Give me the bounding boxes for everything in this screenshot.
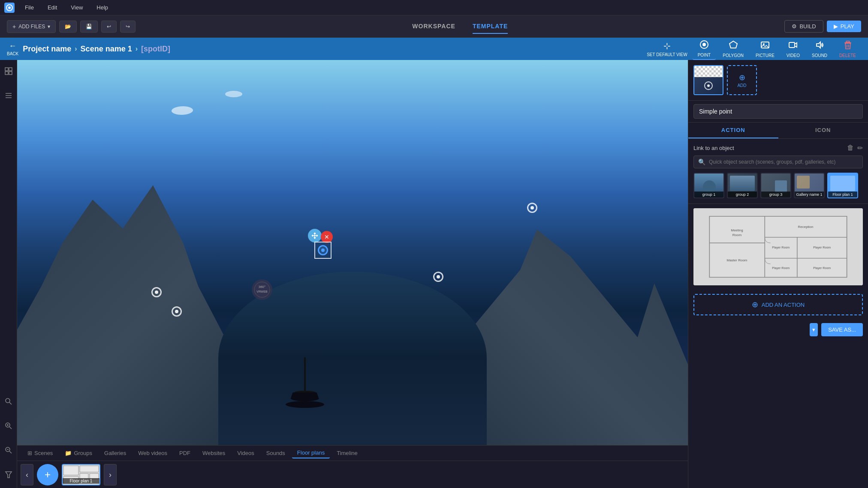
toolbar-right-actions: ⚙ BUILD ▶ PLAY xyxy=(784,20,861,33)
menu-file[interactable]: File xyxy=(21,3,37,12)
hotspot-3[interactable] xyxy=(433,272,443,282)
menu-edit[interactable]: Edit xyxy=(44,3,60,12)
spot-id[interactable]: [spotID] xyxy=(141,45,170,54)
svg-text:VRWEB: VRWEB xyxy=(257,290,268,293)
sidebar-list-icon[interactable] xyxy=(2,89,15,105)
play-button[interactable]: ▶ PLAY xyxy=(827,21,861,32)
obj-item-gallery1[interactable]: Gallery name 1 xyxy=(794,173,825,198)
set-default-view-button[interactable]: ⊹ SET DEFAULT VIEW xyxy=(643,39,690,59)
obj-item-group1[interactable]: group 1 xyxy=(693,173,724,198)
selected-hotspot[interactable] xyxy=(318,245,328,255)
tool-picture-button[interactable]: PICTURE xyxy=(750,39,780,60)
next-button[interactable]: › xyxy=(104,464,117,485)
tab-template[interactable]: TEMPLATE xyxy=(473,19,508,34)
open-folder-button[interactable]: 📂 xyxy=(59,21,77,33)
hotspot-2[interactable] xyxy=(527,203,537,213)
delete-hotspot-button[interactable]: ✕ xyxy=(321,231,333,243)
back-button[interactable]: ← BACK xyxy=(7,42,18,56)
save-as-button[interactable]: SAVE AS... xyxy=(821,323,863,336)
build-button[interactable]: ⚙ BUILD xyxy=(784,20,823,33)
polygon-tool-icon xyxy=(729,40,738,52)
bottom-panel: ⊞ Scenes 📁 Groups Galleries Web videos P… xyxy=(17,445,688,488)
tab-workspace[interactable]: WORKSPACE xyxy=(412,19,455,34)
tool-sound-button[interactable]: SOUND xyxy=(807,39,832,60)
tab-web-videos[interactable]: Web videos xyxy=(133,448,172,458)
search-icon: 🔍 xyxy=(698,159,705,165)
sidebar-zoom-out-icon[interactable] xyxy=(2,443,15,459)
edit-link-button[interactable]: ✏ xyxy=(857,144,863,152)
save-dropdown-button[interactable]: ▾ xyxy=(810,323,818,336)
point-name-input[interactable] xyxy=(693,104,863,119)
breadcrumb-sep-1: › xyxy=(75,45,77,53)
toolbar-tabs: WORKSPACE TEMPLATE xyxy=(139,19,781,34)
add-point-button[interactable]: ⊕ ADD xyxy=(727,65,757,95)
svg-text:Room: Room xyxy=(732,233,742,237)
tab-sounds[interactable]: Sounds xyxy=(261,448,290,458)
viewport-bg[interactable]: 360° VRWEB ✕ xyxy=(17,60,688,445)
prev-button[interactable]: ‹ xyxy=(21,464,33,485)
svg-point-21 xyxy=(6,398,10,403)
left-sidebar xyxy=(0,60,17,488)
undo-button[interactable]: ↩ xyxy=(101,21,117,33)
link-action-buttons: 🗑 ✏ xyxy=(847,144,863,152)
picture-tool-icon xyxy=(760,40,770,52)
selected-hotspot-container[interactable]: ✕ xyxy=(312,237,338,263)
object-grid: group 1 group 2 group 3 xyxy=(693,173,863,198)
add-action-button[interactable]: ⊕ ADD AN ACTION xyxy=(693,294,863,315)
action-icon-tabs: ACTION ICON xyxy=(688,123,868,139)
sidebar-filter-icon[interactable] xyxy=(2,468,15,484)
marker-360[interactable]: 360° VRWEB xyxy=(252,279,272,300)
sidebar-zoom-in-icon[interactable] xyxy=(2,419,15,435)
groups-icon: 📁 xyxy=(65,450,72,456)
menu-help[interactable]: Help xyxy=(93,3,112,12)
add-action-icon: ⊕ xyxy=(752,300,758,309)
scene-header-tools: ⊹ SET DEFAULT VIEW POINT POLYGON PICTURE xyxy=(175,38,861,60)
breadcrumb-sep-2: › xyxy=(136,45,138,53)
obj-label-floorplan1: Floor plan 1 xyxy=(828,192,857,198)
tool-point-button[interactable]: POINT xyxy=(693,38,716,60)
scene-name[interactable]: Scene name 1 xyxy=(81,45,132,54)
point-tool-icon xyxy=(699,40,709,51)
sidebar-search-icon[interactable] xyxy=(2,395,15,410)
bottom-tabs: ⊞ Scenes 📁 Groups Galleries Web videos P… xyxy=(17,446,688,461)
obj-item-group3[interactable]: group 3 xyxy=(760,173,791,198)
hotspot-4[interactable] xyxy=(172,306,182,317)
obj-label-group2: group 2 xyxy=(728,192,757,198)
menu-bar: File Edit View Help xyxy=(0,0,868,15)
project-name[interactable]: Project name xyxy=(23,45,71,54)
add-floor-plan-button[interactable]: + xyxy=(37,464,58,485)
search-input[interactable] xyxy=(709,159,858,165)
floor-plan-preview: Meeting Room Reception Master Room Playe… xyxy=(693,208,863,285)
tool-polygon-button[interactable]: POLYGON xyxy=(717,39,749,60)
tab-pdf[interactable]: PDF xyxy=(174,448,196,458)
save-button[interactable]: 💾 xyxy=(80,21,98,33)
svg-marker-8 xyxy=(795,43,797,47)
tab-scenes[interactable]: ⊞ Scenes xyxy=(22,448,58,458)
obj-item-group2[interactable]: group 2 xyxy=(727,173,758,198)
menu-view[interactable]: View xyxy=(67,3,86,12)
redo-button[interactable]: ↪ xyxy=(120,21,136,33)
tab-videos[interactable]: Videos xyxy=(232,448,259,458)
floor-plan-svg: Meeting Room Reception Master Room Playe… xyxy=(698,213,859,281)
tab-floor-plans[interactable]: Floor plans xyxy=(292,448,330,458)
delete-link-button[interactable]: 🗑 xyxy=(847,144,854,152)
tool-video-button[interactable]: VIDEO xyxy=(781,39,805,60)
point-thumb-1[interactable] xyxy=(693,65,723,95)
floor-plan-thumb-1[interactable]: Floor plan 1 xyxy=(62,464,100,485)
tab-galleries[interactable]: Galleries xyxy=(99,448,131,458)
tool-delete-button[interactable]: DELETE xyxy=(834,39,861,60)
tab-icon[interactable]: ICON xyxy=(778,123,868,138)
move-handle[interactable] xyxy=(308,229,322,243)
point-thumbnails: ⊕ ADD xyxy=(688,60,868,101)
tab-timeline[interactable]: Timeline xyxy=(332,448,363,458)
add-files-button[interactable]: + ADD FILES ▾ xyxy=(7,20,56,33)
obj-item-floorplan1[interactable]: Floor plan 1 xyxy=(827,173,858,198)
svg-line-28 xyxy=(9,451,12,453)
snow-cap-1 xyxy=(171,106,194,115)
video-tool-icon xyxy=(788,40,798,52)
tab-websites[interactable]: Websites xyxy=(197,448,230,458)
build-icon: ⚙ xyxy=(792,23,797,30)
tab-action[interactable]: ACTION xyxy=(688,123,778,138)
sidebar-scenes-icon[interactable] xyxy=(2,64,15,80)
tab-groups[interactable]: 📁 Groups xyxy=(60,448,97,458)
